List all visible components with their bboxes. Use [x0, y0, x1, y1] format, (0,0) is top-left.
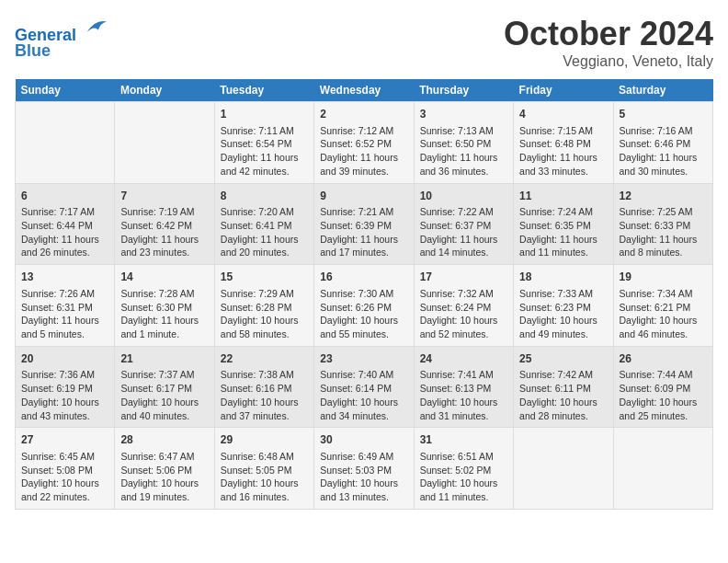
- day-info: Sunrise: 7:30 AM Sunset: 6:26 PM Dayligh…: [320, 287, 407, 341]
- day-info: Sunrise: 7:32 AM Sunset: 6:24 PM Dayligh…: [420, 287, 507, 341]
- title-block: October 2024 Veggiano, Veneto, Italy: [504, 15, 713, 70]
- calendar-cell: 9Sunrise: 7:21 AM Sunset: 6:39 PM Daylig…: [314, 183, 414, 265]
- logo-text: General: [15, 15, 108, 45]
- day-number: 14: [120, 270, 208, 285]
- calendar-cell: 1Sunrise: 7:11 AM Sunset: 6:54 PM Daylig…: [214, 102, 313, 184]
- week-row-2: 6Sunrise: 7:17 AM Sunset: 6:44 PM Daylig…: [16, 183, 713, 265]
- calendar-cell: 20Sunrise: 7:36 AM Sunset: 6:19 PM Dayli…: [16, 346, 115, 428]
- day-info: Sunrise: 6:45 AM Sunset: 5:08 PM Dayligh…: [21, 450, 108, 504]
- day-number: 8: [221, 189, 308, 204]
- day-info: Sunrise: 7:42 AM Sunset: 6:11 PM Dayligh…: [519, 368, 607, 422]
- calendar-cell: 8Sunrise: 7:20 AM Sunset: 6:41 PM Daylig…: [214, 183, 313, 265]
- day-number: 15: [221, 270, 308, 285]
- week-row-5: 27Sunrise: 6:45 AM Sunset: 5:08 PM Dayli…: [16, 428, 713, 510]
- calendar-cell: 27Sunrise: 6:45 AM Sunset: 5:08 PM Dayli…: [16, 428, 115, 510]
- calendar-cell: 6Sunrise: 7:17 AM Sunset: 6:44 PM Daylig…: [16, 183, 115, 265]
- calendar-cell: [613, 428, 712, 510]
- day-number: 21: [120, 351, 208, 367]
- location-title: Veggiano, Veneto, Italy: [504, 53, 713, 70]
- day-number: 23: [320, 351, 407, 367]
- calendar-cell: 2Sunrise: 7:12 AM Sunset: 6:52 PM Daylig…: [314, 102, 414, 184]
- day-number: 24: [420, 351, 507, 367]
- calendar-cell: [115, 102, 214, 184]
- week-row-3: 13Sunrise: 7:26 AM Sunset: 6:31 PM Dayli…: [16, 265, 713, 347]
- day-info: Sunrise: 7:38 AM Sunset: 6:16 PM Dayligh…: [221, 368, 308, 422]
- calendar-cell: 24Sunrise: 7:41 AM Sunset: 6:13 PM Dayli…: [414, 346, 513, 428]
- calendar-cell: 22Sunrise: 7:38 AM Sunset: 6:16 PM Dayli…: [214, 346, 313, 428]
- calendar-cell: 28Sunrise: 6:47 AM Sunset: 5:06 PM Dayli…: [115, 428, 214, 510]
- day-info: Sunrise: 7:40 AM Sunset: 6:14 PM Dayligh…: [320, 368, 407, 422]
- day-info: Sunrise: 7:20 AM Sunset: 6:41 PM Dayligh…: [221, 205, 308, 259]
- day-info: Sunrise: 7:33 AM Sunset: 6:23 PM Dayligh…: [519, 287, 607, 341]
- day-info: Sunrise: 6:49 AM Sunset: 5:03 PM Dayligh…: [320, 450, 407, 504]
- weekday-header-saturday: Saturday: [613, 79, 712, 102]
- calendar-cell: 31Sunrise: 6:51 AM Sunset: 5:02 PM Dayli…: [414, 428, 513, 510]
- day-info: Sunrise: 7:25 AM Sunset: 6:33 PM Dayligh…: [620, 205, 707, 259]
- day-info: Sunrise: 7:37 AM Sunset: 6:17 PM Dayligh…: [120, 368, 208, 422]
- day-number: 29: [221, 432, 308, 448]
- calendar-cell: 17Sunrise: 7:32 AM Sunset: 6:24 PM Dayli…: [414, 265, 513, 347]
- calendar-table: SundayMondayTuesdayWednesdayThursdayFrid…: [15, 79, 713, 510]
- day-info: Sunrise: 7:44 AM Sunset: 6:09 PM Dayligh…: [620, 368, 707, 422]
- day-number: 7: [120, 189, 208, 204]
- day-number: 26: [620, 351, 707, 367]
- calendar-cell: 7Sunrise: 7:19 AM Sunset: 6:42 PM Daylig…: [115, 183, 214, 265]
- calendar-cell: 18Sunrise: 7:33 AM Sunset: 6:23 PM Dayli…: [514, 265, 613, 347]
- day-number: 25: [519, 351, 607, 367]
- weekday-header-row: SundayMondayTuesdayWednesdayThursdayFrid…: [16, 79, 713, 102]
- day-number: 27: [21, 432, 108, 448]
- calendar-cell: 10Sunrise: 7:22 AM Sunset: 6:37 PM Dayli…: [414, 183, 513, 265]
- calendar-cell: 13Sunrise: 7:26 AM Sunset: 6:31 PM Dayli…: [16, 265, 115, 347]
- calendar-cell: 16Sunrise: 7:30 AM Sunset: 6:26 PM Dayli…: [314, 265, 414, 347]
- day-info: Sunrise: 7:26 AM Sunset: 6:31 PM Dayligh…: [21, 287, 108, 341]
- weekday-header-monday: Monday: [115, 79, 214, 102]
- day-number: 12: [620, 189, 707, 204]
- day-number: 13: [21, 270, 108, 285]
- calendar-cell: 15Sunrise: 7:29 AM Sunset: 6:28 PM Dayli…: [214, 265, 313, 347]
- day-info: Sunrise: 6:47 AM Sunset: 5:06 PM Dayligh…: [120, 450, 208, 504]
- calendar-cell: 11Sunrise: 7:24 AM Sunset: 6:35 PM Dayli…: [514, 183, 613, 265]
- day-number: 10: [420, 189, 507, 204]
- day-info: Sunrise: 7:15 AM Sunset: 6:48 PM Dayligh…: [519, 124, 607, 178]
- calendar-cell: 25Sunrise: 7:42 AM Sunset: 6:11 PM Dayli…: [514, 346, 613, 428]
- weekday-header-friday: Friday: [514, 79, 613, 102]
- weekday-header-tuesday: Tuesday: [214, 79, 313, 102]
- calendar-cell: [514, 428, 613, 510]
- calendar-cell: 3Sunrise: 7:13 AM Sunset: 6:50 PM Daylig…: [414, 102, 513, 184]
- day-info: Sunrise: 7:11 AM Sunset: 6:54 PM Dayligh…: [221, 124, 308, 178]
- day-number: 16: [320, 270, 407, 285]
- calendar-cell: 26Sunrise: 7:44 AM Sunset: 6:09 PM Dayli…: [613, 346, 712, 428]
- day-info: Sunrise: 7:19 AM Sunset: 6:42 PM Dayligh…: [120, 205, 208, 259]
- calendar-cell: 23Sunrise: 7:40 AM Sunset: 6:14 PM Dayli…: [314, 346, 414, 428]
- day-info: Sunrise: 6:48 AM Sunset: 5:05 PM Dayligh…: [221, 450, 308, 504]
- calendar-cell: 29Sunrise: 6:48 AM Sunset: 5:05 PM Dayli…: [214, 428, 313, 510]
- calendar-cell: 12Sunrise: 7:25 AM Sunset: 6:33 PM Dayli…: [613, 183, 712, 265]
- day-number: 11: [519, 189, 607, 204]
- logo: General Blue: [15, 15, 108, 61]
- calendar-cell: 4Sunrise: 7:15 AM Sunset: 6:48 PM Daylig…: [514, 102, 613, 184]
- day-info: Sunrise: 7:29 AM Sunset: 6:28 PM Dayligh…: [221, 287, 308, 341]
- calendar-body: 1Sunrise: 7:11 AM Sunset: 6:54 PM Daylig…: [16, 102, 713, 510]
- day-info: Sunrise: 7:17 AM Sunset: 6:44 PM Dayligh…: [21, 205, 108, 259]
- day-number: 28: [120, 432, 208, 448]
- page-header: General Blue October 2024 Veggiano, Vene…: [15, 15, 713, 70]
- weekday-header-sunday: Sunday: [16, 79, 115, 102]
- day-info: Sunrise: 7:36 AM Sunset: 6:19 PM Dayligh…: [21, 368, 108, 422]
- day-number: 22: [221, 351, 308, 367]
- day-info: Sunrise: 6:51 AM Sunset: 5:02 PM Dayligh…: [420, 450, 507, 504]
- day-info: Sunrise: 7:22 AM Sunset: 6:37 PM Dayligh…: [420, 205, 507, 259]
- day-number: 6: [21, 189, 108, 204]
- day-number: 3: [420, 107, 507, 122]
- day-info: Sunrise: 7:13 AM Sunset: 6:50 PM Dayligh…: [420, 124, 507, 178]
- calendar-cell: 19Sunrise: 7:34 AM Sunset: 6:21 PM Dayli…: [613, 265, 712, 347]
- day-number: 2: [320, 107, 407, 122]
- day-info: Sunrise: 7:24 AM Sunset: 6:35 PM Dayligh…: [519, 205, 607, 259]
- calendar-cell: 21Sunrise: 7:37 AM Sunset: 6:17 PM Dayli…: [115, 346, 214, 428]
- day-number: 18: [519, 270, 607, 285]
- weekday-header-wednesday: Wednesday: [314, 79, 414, 102]
- day-number: 17: [420, 270, 507, 285]
- day-number: 30: [320, 432, 407, 448]
- week-row-1: 1Sunrise: 7:11 AM Sunset: 6:54 PM Daylig…: [16, 102, 713, 184]
- day-info: Sunrise: 7:12 AM Sunset: 6:52 PM Dayligh…: [320, 124, 407, 178]
- calendar-cell: 5Sunrise: 7:16 AM Sunset: 6:46 PM Daylig…: [613, 102, 712, 184]
